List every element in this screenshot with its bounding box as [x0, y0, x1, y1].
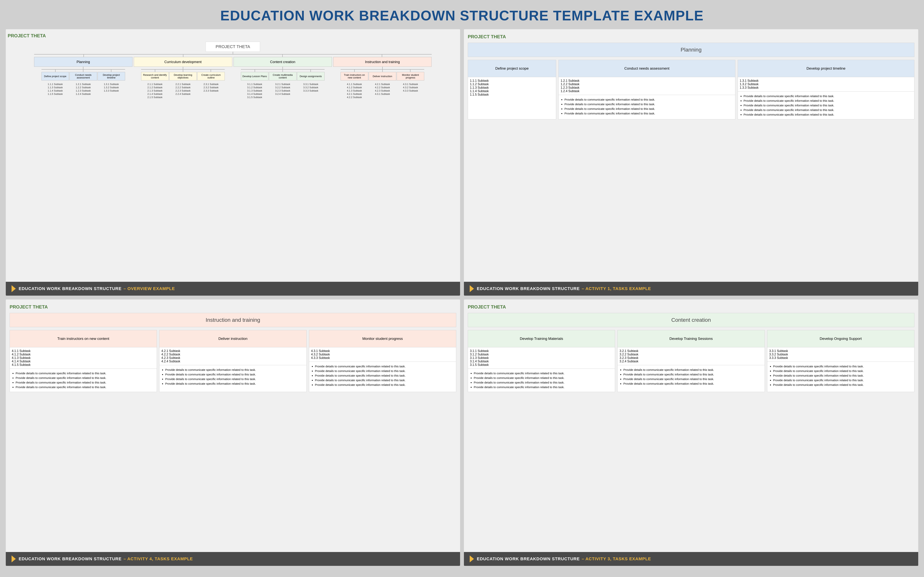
q1-footer-prefix: EDUCATION WORK BREAKDOWN STRUCTURE [19, 286, 122, 291]
q3-header: Instruction and training [10, 313, 456, 327]
subtasks-deliver: 4.2.1 Subtask4.2.2 Subtask4.2.3 Subtask4… [368, 83, 396, 98]
col-monitor-tasks: 4.3.1 Subtask4.3.2 Subtask4.3.3 Subtask [309, 347, 456, 362]
subtasks-monitor: 4.3.1 Subtask4.3.2 Subtask4.3.3 Subtask [397, 83, 424, 98]
l1-instruction: Instruction and training [333, 57, 431, 67]
l2-monitor: Monitor student progress [397, 72, 424, 81]
l2-curriculum-outline: Create curriculum outline [197, 72, 225, 81]
l2-train: Train instructors on new content [341, 72, 368, 81]
col-train-materials-tasks: 3.1.1 Subtask3.1.2 Subtask3.1.3 Subtask3… [468, 347, 615, 369]
col-needs: Conduct needs assessment 1.2.1 Subtask1.… [559, 60, 735, 119]
footer-triangle-q3 [11, 556, 16, 562]
subtasks-research: 2.1.1 Subtask2.1.2 Subtask2.1.3 Subtask2… [141, 83, 169, 98]
l1-planning: Planning [34, 57, 132, 67]
col-deliver-bullets: Provide details to communicate specific … [159, 365, 307, 392]
col-needs-header: Conduct needs assessment [559, 60, 735, 77]
col-timeline-bullets: Provide details to communicate specific … [738, 92, 914, 119]
quadrant-activity3: PROJECT THETA Content creation Develop T… [464, 300, 918, 566]
col-train-sessions-header: Develop Training Sessions [617, 330, 765, 347]
q1-project-label: PROJECT THETA [8, 32, 458, 39]
l2-define: Define project scope [42, 72, 69, 81]
q2-footer-prefix: EDUCATION WORK BREAKDOWN STRUCTURE [477, 286, 580, 291]
col-deliver-header: Deliver instruction [159, 330, 307, 347]
q3-columns: Train instructors on new content 4.1.1 S… [10, 330, 456, 392]
page-title: EDUCATION WORK BREAKDOWN STRUCTURE TEMPL… [0, 0, 924, 29]
col-define-tasks: 1.1.1 Subtask1.1.2 Subtask1.1.3 Subtask1… [468, 77, 556, 119]
q2-content: PROJECT THETA Planning Define project sc… [464, 29, 918, 282]
col-ongoing-support-bullets: Provide details to communicate specific … [767, 362, 914, 392]
col-timeline: Develop project timeline 1.3.1 Subtask1.… [738, 60, 914, 119]
q2-footer-accent: – ACTIVITY 1, TASKS EXAMPLE [582, 286, 651, 291]
col-ongoing-support: Develop Ongoing Support 3.3.1 Subtask3.3… [767, 330, 914, 392]
col-monitor-bullets: Provide details to communicate specific … [309, 362, 456, 392]
col-ongoing-support-header: Develop Ongoing Support [767, 330, 914, 347]
footer-triangle-q1 [11, 285, 16, 292]
subtasks-lesson: 3.1.1 Subtask3.1.2 Subtask3.1.3 Subtask3… [241, 83, 268, 98]
root-node: PROJECT THETA [206, 42, 260, 52]
q3-footer-prefix: EDUCATION WORK BREAKDOWN STRUCTURE [19, 556, 122, 561]
q3-content: PROJECT THETA Instruction and training T… [6, 300, 460, 552]
col-deliver-tasks: 4.2.1 Subtask4.2.2 Subtask4.2.3 Subtask4… [159, 347, 307, 365]
col-train-materials: Develop Training Materials 3.1.1 Subtask… [468, 330, 615, 392]
col-train-bullets: Provide details to communicate specific … [10, 369, 157, 392]
quadrants-grid: PROJECT THETA PROJECT THETA [0, 29, 924, 572]
l2-multimedia: Create multimedia content [269, 72, 296, 81]
col-monitor-header: Monitor student progress [309, 330, 456, 347]
q4-columns: Develop Training Materials 3.1.1 Subtask… [468, 330, 914, 392]
subtasks-define: 1.1.1 Subtask1.1.3 Subtask1.1.4 Subtask1… [42, 83, 69, 95]
q3-footer: EDUCATION WORK BREAKDOWN STRUCTURE – ACT… [6, 552, 460, 566]
l2-research: Research and identify content [141, 72, 169, 81]
col-timeline-header: Develop project timeline [738, 60, 914, 77]
l2-deliver: Deliver instruction [368, 72, 396, 81]
q3-project-label: PROJECT THETA [10, 303, 456, 311]
subtasks-learning: 2.2.1 Subtask2.2.2 Subtask2.2.3 Subtask2… [169, 83, 197, 98]
subtasks-train: 4.1.1 Subtask4.1.2 Subtask4.1.3 Subtask4… [341, 83, 368, 98]
q4-header: Content creation [468, 313, 914, 327]
q2-header: Planning [468, 43, 914, 57]
col-needs-bullets: Provide details to communicate specific … [559, 95, 735, 119]
q4-project-label: PROJECT THETA [468, 303, 914, 311]
col-train-sessions-bullets: Provide details to communicate specific … [617, 365, 765, 392]
l1-curriculum: Curriculum development [134, 57, 232, 67]
q1-footer: EDUCATION WORK BREAKDOWN STRUCTURE – OVE… [6, 282, 460, 296]
q4-footer: EDUCATION WORK BREAKDOWN STRUCTURE – ACT… [464, 552, 918, 566]
col-needs-tasks: 1.2.1 Subtask1.2.2 Subtask1.2.3 Subtask1… [559, 77, 735, 95]
q3-footer-accent: – ACTIVITY 4, TASKS EXAMPLE [124, 556, 193, 561]
q1-content: PROJECT THETA PROJECT THETA [6, 29, 460, 282]
quadrant-activity1: PROJECT THETA Planning Define project sc… [464, 29, 918, 296]
subtasks-assignments: 3.3.1 Subtask3.3.2 Subtask3.3.3 Subtask [297, 83, 325, 98]
q2-columns: Define project scope 1.1.1 Subtask1.1.2 … [468, 60, 914, 119]
col-define-header: Define project scope [468, 60, 556, 77]
q1-footer-accent: – OVERVIEW EXAMPLE [124, 286, 175, 291]
col-train-sessions: Develop Training Sessions 3.2.1 Subtask3… [617, 330, 765, 392]
col-train: Train instructors on new content 4.1.1 S… [10, 330, 157, 392]
q2-footer: EDUCATION WORK BREAKDOWN STRUCTURE – ACT… [464, 282, 918, 296]
l2-timeline: Develop project timeline [98, 72, 125, 81]
col-monitor: Monitor student progress 4.3.1 Subtask4.… [309, 330, 456, 392]
q2-project-label: PROJECT THETA [468, 33, 914, 40]
col-train-header: Train instructors on new content [10, 330, 157, 347]
q4-content: PROJECT THETA Content creation Develop T… [464, 300, 918, 552]
col-train-materials-bullets: Provide details to communicate specific … [468, 369, 615, 392]
l2-learning: Develop learning objectives [169, 72, 197, 81]
subtasks-needs: 1.2.1 Subtask1.2.2 Subtask1.2.3 Subtask1… [69, 83, 97, 95]
col-train-sessions-tasks: 3.2.1 Subtask3.2.2 Subtask3.2.3 Subtask3… [617, 347, 765, 365]
l2-assignments: Design assignments [297, 72, 325, 81]
quadrant-activity4: PROJECT THETA Instruction and training T… [6, 300, 460, 566]
subtasks-timeline: 1.3.1 Subtask1.3.2 Subtask1.3.3 Subtask [98, 83, 125, 95]
quadrant-overview: PROJECT THETA PROJECT THETA [6, 29, 460, 296]
q4-footer-prefix: EDUCATION WORK BREAKDOWN STRUCTURE [477, 556, 580, 561]
col-deliver: Deliver instruction 4.2.1 Subtask4.2.2 S… [159, 330, 307, 392]
col-train-tasks: 4.1.1 Subtask4.1.2 Subtask4.1.3 Subtask4… [10, 347, 157, 369]
col-timeline-tasks: 1.3.1 Subtask1.3.2 Subtask1.3.3 Subtask [738, 77, 914, 92]
subtasks-curriculum-outline: 2.3.1 Subtask2.3.2 Subtask2.3.3 Subtask [197, 83, 225, 98]
l1-content: Content creation [234, 57, 332, 67]
col-train-materials-header: Develop Training Materials [468, 330, 615, 347]
col-ongoing-support-tasks: 3.3.1 Subtask3.3.2 Subtask3.3.3 Subtask [767, 347, 914, 362]
col-define: Define project scope 1.1.1 Subtask1.1.2 … [468, 60, 556, 119]
q4-footer-accent: – ACTIVITY 3, TASKS EXAMPLE [582, 556, 651, 561]
footer-triangle-q4 [470, 556, 474, 562]
l2-needs: Conduct needs assessment [69, 72, 97, 81]
footer-triangle-q2 [470, 285, 474, 292]
overview-tree: PROJECT THETA Planning [7, 42, 459, 99]
l2-lesson-plans: Develop Lesson Plans [241, 72, 268, 81]
